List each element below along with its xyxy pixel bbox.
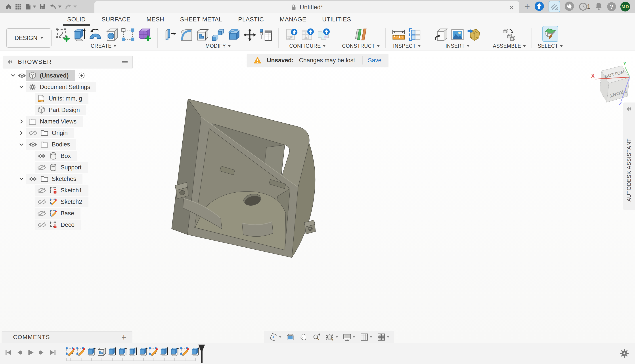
inspect-group-label[interactable]: INSPECT xyxy=(393,43,421,49)
move-icon[interactable] xyxy=(243,28,257,42)
insert-image-icon[interactable] xyxy=(450,28,465,42)
active-component-radio[interactable] xyxy=(78,72,85,79)
timeline-feature-sketch-9[interactable] xyxy=(149,346,158,357)
tab-mesh[interactable]: MESH xyxy=(139,13,172,26)
chevron-right-icon[interactable] xyxy=(18,130,25,136)
visibility-eye-off-icon[interactable] xyxy=(38,164,46,170)
browser-row-deco[interactable]: Deco xyxy=(3,219,140,230)
visibility-eye-off-icon[interactable] xyxy=(29,130,37,136)
create-group-label[interactable]: CREATE xyxy=(91,43,116,49)
pan-tool[interactable] xyxy=(298,333,309,342)
configure-insert-icon[interactable] xyxy=(316,28,330,42)
timeline-playhead[interactable] xyxy=(198,344,205,363)
select-group-label[interactable]: SELECT xyxy=(538,43,563,49)
skip-to-start-button[interactable] xyxy=(5,349,12,356)
timeline-feature-extrude-3[interactable] xyxy=(86,346,96,357)
play-button[interactable] xyxy=(27,349,34,356)
chevron-down-icon[interactable] xyxy=(18,84,25,90)
browser-row-document-settings[interactable]: Document Settings xyxy=(3,81,140,93)
timeline-feature-extrude-10[interactable] xyxy=(159,346,169,357)
chevron-down-icon[interactable] xyxy=(18,141,25,148)
browser-row-support[interactable]: Support xyxy=(3,162,140,173)
step-back-button[interactable] xyxy=(16,349,23,356)
display-settings-tool[interactable] xyxy=(341,333,357,342)
document-tab[interactable]: Untitled* × xyxy=(94,1,519,13)
help-icon[interactable]: ? xyxy=(607,2,616,11)
window-zoom-tool[interactable] xyxy=(324,333,340,342)
timeline-feature-extrude-11[interactable] xyxy=(169,346,179,357)
browser-row-origin[interactable]: Origin xyxy=(3,127,140,139)
insert-derive-icon[interactable] xyxy=(434,28,448,42)
zoom-tool[interactable] xyxy=(311,333,323,342)
revolve-icon[interactable] xyxy=(88,28,102,42)
minimize-panel-icon[interactable] xyxy=(122,62,128,62)
press-pull-icon[interactable] xyxy=(163,28,177,42)
timeline-feature-sketch-1[interactable] xyxy=(66,346,75,357)
create-sketch-icon[interactable] xyxy=(56,28,70,42)
section-analysis-icon[interactable] xyxy=(408,28,422,42)
undo-icon[interactable] xyxy=(49,3,62,10)
collapse-panel-icon[interactable] xyxy=(7,59,14,65)
viewports-tool[interactable] xyxy=(376,333,391,342)
browser-row-sketch2[interactable]: Sketch2 xyxy=(3,196,140,208)
assemble-group-label[interactable]: ASSEMBLE xyxy=(493,43,526,49)
browser-row-part-design[interactable]: Part Design xyxy=(3,104,140,116)
visibility-eye-off-icon[interactable] xyxy=(38,188,46,194)
timeline-feature-shell-4[interactable] xyxy=(97,346,106,357)
chevron-down-icon[interactable] xyxy=(10,72,16,79)
timeline-feature-extrude-6[interactable] xyxy=(117,346,127,357)
fillet-icon[interactable] xyxy=(179,28,193,42)
pattern-icon[interactable] xyxy=(121,28,135,42)
save-link[interactable]: Save xyxy=(368,57,382,64)
hole-icon[interactable] xyxy=(105,28,119,42)
browser-row-named-views[interactable]: Named Views xyxy=(3,116,140,127)
workspace-selector[interactable]: DESIGN xyxy=(6,28,52,48)
tab-plastic[interactable]: PLASTIC xyxy=(230,13,272,26)
browser-row-sketch1[interactable]: Sketch1 xyxy=(3,185,140,196)
tab-manage[interactable]: MANAGE xyxy=(272,13,314,26)
visibility-eye-on-icon[interactable] xyxy=(38,153,46,159)
file-menu-icon[interactable] xyxy=(25,3,36,10)
visibility-eye-on-icon[interactable] xyxy=(29,142,37,148)
chevron-right-icon[interactable] xyxy=(18,118,25,124)
step-forward-button[interactable] xyxy=(38,349,45,356)
tab-utilities[interactable]: UTILITIES xyxy=(314,13,359,26)
comments-bar[interactable]: COMMENTS + xyxy=(2,331,132,343)
visibility-eye-on-icon[interactable] xyxy=(18,73,26,79)
redo-icon[interactable] xyxy=(65,3,77,10)
viewport-3d-model[interactable] xyxy=(155,93,323,261)
combine-icon[interactable] xyxy=(211,28,225,42)
create-form-icon[interactable] xyxy=(137,28,151,42)
extrude-icon[interactable] xyxy=(72,28,86,42)
visibility-eye-off-icon[interactable] xyxy=(38,222,46,228)
job-status[interactable]: 1 xyxy=(579,2,590,11)
measure-icon[interactable] xyxy=(392,28,406,42)
add-comment-icon[interactable]: + xyxy=(121,333,126,342)
browser-row-bodies[interactable]: Bodies xyxy=(3,139,140,150)
orbit-tool[interactable] xyxy=(267,333,283,342)
modify-group-label[interactable]: MODIFY xyxy=(205,43,230,49)
grid-settings-tool[interactable] xyxy=(358,333,374,342)
user-avatar[interactable]: MD xyxy=(620,2,630,12)
change-parameters-icon[interactable] xyxy=(259,28,273,42)
app-grid-icon[interactable] xyxy=(15,3,22,10)
browser-row-box[interactable]: Box xyxy=(3,150,140,162)
sync-status-icon[interactable] xyxy=(534,1,544,12)
browser-row--unsaved-[interactable]: (Unsaved) xyxy=(3,70,140,81)
offset-face-icon[interactable] xyxy=(227,28,241,42)
chevron-down-icon[interactable] xyxy=(18,176,25,182)
extensions-active-icon[interactable] xyxy=(548,1,560,12)
skip-to-end-button[interactable] xyxy=(49,349,56,356)
timeline-settings-gear-icon[interactable] xyxy=(619,348,629,358)
collapse-assistant-icon[interactable] xyxy=(626,106,632,112)
tab-sheet-metal[interactable]: SHEET METAL xyxy=(172,13,230,26)
new-component-icon[interactable] xyxy=(502,28,516,42)
visibility-eye-on-icon[interactable] xyxy=(29,176,37,182)
save-icon[interactable] xyxy=(39,3,46,10)
notifications-bell-icon[interactable] xyxy=(595,2,603,11)
visibility-eye-off-icon[interactable] xyxy=(38,199,46,205)
browser-row-units-mm-g[interactable]: Units: mm, g xyxy=(3,93,140,104)
shell-icon[interactable] xyxy=(195,28,209,42)
construct-plane-icon[interactable] xyxy=(354,28,368,42)
home-icon[interactable] xyxy=(5,3,12,10)
